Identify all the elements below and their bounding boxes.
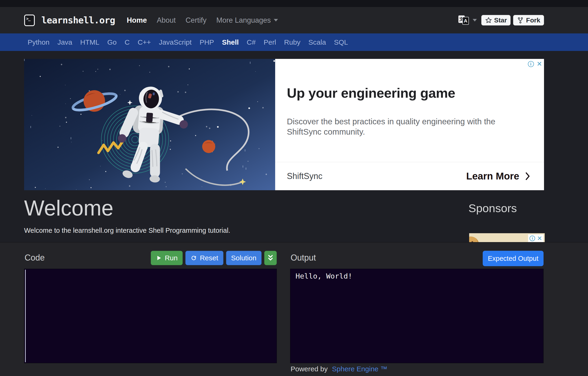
ad-banner[interactable]: i ✕ Up your engineering game Discover th… xyxy=(24,59,544,190)
ad-footer: ShiftSync Learn More xyxy=(275,162,544,190)
fork-icon xyxy=(517,17,524,24)
lang-item-html[interactable]: HTML xyxy=(80,38,99,46)
lang-item-ruby[interactable]: Ruby xyxy=(284,38,300,46)
caret-down-icon xyxy=(473,19,477,21)
terminal-prompt-glyph: >_ xyxy=(26,16,30,21)
output-toolbar: Expected Output xyxy=(483,251,544,266)
expected-output-label: Expected Output xyxy=(488,255,538,262)
page-title: Welcome xyxy=(24,196,113,220)
sponsor-ad[interactable]: BRITANNIA ® i ✕ xyxy=(469,233,545,242)
lang-item-cpp[interactable]: C++ xyxy=(138,38,151,46)
ad-headline: Up your engineering game xyxy=(287,85,455,101)
lang-item-sql[interactable]: SQL xyxy=(334,38,348,46)
code-editor[interactable] xyxy=(24,269,277,363)
run-button[interactable]: Run xyxy=(151,251,183,265)
double-chevron-down-icon xyxy=(267,254,273,261)
lang-item-perl[interactable]: Perl xyxy=(264,38,276,46)
nav-item-home[interactable]: Home xyxy=(127,16,147,24)
output-heading: Output xyxy=(291,253,316,263)
solution-button-label: Solution xyxy=(231,254,256,262)
star-icon xyxy=(485,17,492,24)
run-button-label: Run xyxy=(165,254,178,262)
output-column: Output Expected Output Hello, World! Pow… xyxy=(290,242,544,376)
terminal-logo-icon: >_ xyxy=(24,14,35,26)
ad-space-illustration xyxy=(24,59,275,190)
brand-title: learnshell.org xyxy=(41,15,115,25)
language-bar: Python Java HTML Go C C++ JavaScript PHP… xyxy=(0,33,588,51)
lang-item-php[interactable]: PHP xyxy=(200,38,214,46)
sponsors-heading: Sponsors xyxy=(468,202,517,215)
ad-close-icon[interactable]: ✕ xyxy=(537,61,542,67)
reset-button-label: Reset xyxy=(200,254,218,262)
learn-more-label: Learn More xyxy=(466,171,519,182)
nav-item-certify[interactable]: Certify xyxy=(185,16,207,24)
caret-down-icon xyxy=(274,19,278,21)
expected-output-button[interactable]: Expected Output xyxy=(483,251,544,266)
ad-text-panel: i ✕ Up your engineering game Discover th… xyxy=(275,59,544,190)
translate-front-glyph: A xyxy=(462,17,469,25)
ad-learn-more-link[interactable]: Learn More xyxy=(466,171,530,182)
lang-item-javascript[interactable]: JavaScript xyxy=(159,38,192,46)
primary-nav: Home About Certify More Languages xyxy=(127,16,278,24)
fork-button-label: Fork xyxy=(526,17,540,24)
ad-close-icon[interactable]: ✕ xyxy=(537,235,542,242)
page-top-strip xyxy=(0,0,588,7)
cookie-decoration xyxy=(469,237,479,242)
nav-item-about[interactable]: About xyxy=(157,16,176,24)
ad-info-icon[interactable]: i xyxy=(530,236,535,241)
main-content: i ✕ Up your engineering game Discover th… xyxy=(0,51,588,242)
code-toolbar: Run Reset Solution xyxy=(151,251,277,265)
nav-item-more-languages[interactable]: More Languages xyxy=(216,16,278,24)
sponsor-ad-controls: i ✕ xyxy=(528,234,544,242)
output-console: Hello, World! xyxy=(290,269,544,363)
lang-item-go[interactable]: Go xyxy=(107,38,117,46)
lang-item-c[interactable]: C xyxy=(124,38,130,46)
navbar-right-group: 文 A Star Fork xyxy=(458,7,544,33)
solution-button[interactable]: Solution xyxy=(226,251,261,265)
github-star-button[interactable]: Star xyxy=(481,15,511,25)
playground-panel: Code Run Reset Solution xyxy=(0,242,588,376)
more-languages-label: More Languages xyxy=(216,16,271,24)
small-planet xyxy=(202,140,215,153)
github-fork-button[interactable]: Fork xyxy=(513,15,544,25)
lang-item-python[interactable]: Python xyxy=(28,38,49,46)
lang-item-shell[interactable]: Shell xyxy=(222,38,239,46)
lang-item-csharp[interactable]: C# xyxy=(247,38,256,46)
powered-by-prefix: Powered by xyxy=(291,365,327,373)
lang-item-java[interactable]: Java xyxy=(57,38,72,46)
ad-info-icon[interactable]: i xyxy=(528,61,534,67)
collapse-panel-button[interactable] xyxy=(264,251,277,265)
main-navbar: >_ learnshell.org Home About Certify Mor… xyxy=(0,7,588,33)
chevron-right-icon xyxy=(525,172,530,180)
brand-home-link[interactable]: >_ learnshell.org xyxy=(24,14,115,26)
powered-by-line: Powered by Sphere Engine ™ xyxy=(291,365,387,373)
refresh-icon xyxy=(190,255,197,261)
code-column: Code Run Reset Solution xyxy=(24,242,277,376)
translate-icon: 文 A xyxy=(458,15,470,26)
editor-cursor xyxy=(25,270,26,362)
play-icon xyxy=(156,255,162,261)
ad-description: Discover the best practices in quality e… xyxy=(287,116,512,137)
sphere-engine-link[interactable]: Sphere Engine ™ xyxy=(332,365,387,373)
code-heading: Code xyxy=(25,253,45,263)
page-subtitle: Welcome to the learnshell.org interactiv… xyxy=(24,227,230,234)
ad-choice-controls: i ✕ xyxy=(528,61,542,67)
reset-button[interactable]: Reset xyxy=(185,251,223,265)
lang-item-scala[interactable]: Scala xyxy=(308,38,326,46)
ad-brand-name: ShiftSync xyxy=(287,171,322,181)
star-button-label: Star xyxy=(494,17,507,24)
translate-menu[interactable]: 文 A xyxy=(458,15,477,26)
